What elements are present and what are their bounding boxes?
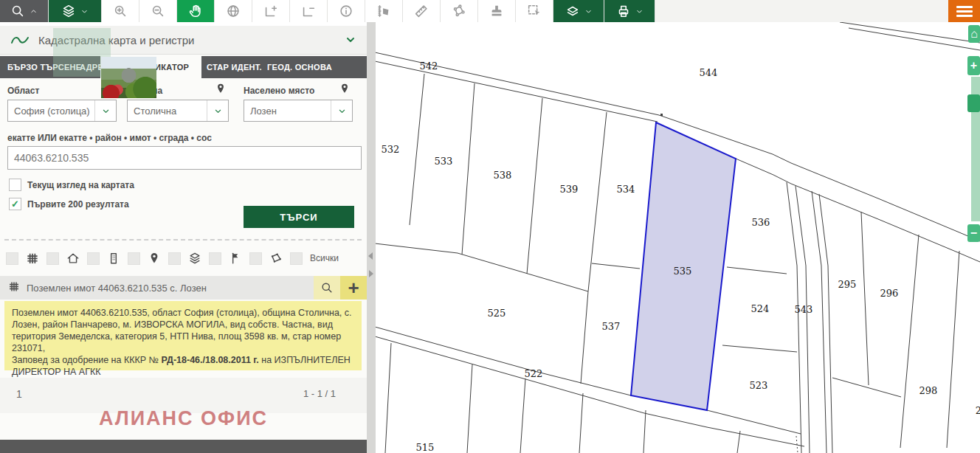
house-icon	[65, 250, 81, 266]
filter-checkbox[interactable]	[168, 252, 181, 265]
toolbar-button-zoom-in[interactable]	[102, 0, 139, 22]
pan-hand-icon	[187, 3, 204, 19]
tab-1[interactable]: БЪРЗО ТЪРСЕНЕ	[7, 56, 81, 78]
toolbar-button-zoom-out[interactable]	[139, 0, 177, 22]
toolbar-button-extent-minus[interactable]	[290, 0, 328, 22]
select-value: Лозен	[244, 106, 331, 117]
parcel-label: 537	[602, 321, 621, 332]
checkbox-row-1[interactable]: Текущ изглед на картата	[9, 179, 134, 191]
code-label: екатте ИЛИ екатте • район • имот • сград…	[7, 133, 212, 143]
extent-plus-icon	[263, 3, 279, 19]
parcel-label: 536	[752, 217, 770, 228]
checkbox[interactable]: ✓	[9, 198, 21, 210]
toolbar-button-printer[interactable]	[604, 0, 655, 22]
parcel-boundary	[410, 74, 424, 225]
toolbar-button-extent-plus[interactable]	[252, 0, 290, 22]
filter-checkbox[interactable]	[46, 252, 59, 265]
survey-point	[660, 114, 663, 116]
map-home-button[interactable]: ⌂	[968, 25, 980, 43]
map-canvas[interactable]: 5425445325335385395345365255375245432952…	[376, 22, 980, 453]
flag-icon	[227, 250, 244, 266]
parcel-boundary	[527, 98, 542, 274]
tab-5[interactable]: ГЕОД. ОСНОВА	[267, 56, 332, 78]
toolbar-button-ruler[interactable]	[403, 0, 441, 22]
parcel-label: 542	[420, 60, 438, 72]
map-zoom-in-button[interactable]: +	[967, 56, 980, 75]
identifier-input[interactable]	[7, 146, 362, 170]
expand-right-icon[interactable]	[369, 270, 373, 277]
tab-bar: БЪРЗО ТЪРСЕНЕАДРЕСИДЕНТИФИКАТОРСТАР ИДЕН…	[0, 56, 367, 78]
parcel-boundary	[787, 182, 801, 453]
toolbar-button-measure-polygon[interactable]	[441, 0, 478, 22]
toolbar-button-search[interactable]	[0, 0, 49, 22]
toolbar-button-stamp[interactable]	[478, 0, 516, 22]
checkbox-row-2[interactable]: ✓Първите 200 резултата	[9, 198, 129, 210]
checkbox[interactable]	[9, 179, 21, 191]
measure-polygon-icon	[451, 3, 467, 19]
menu-button[interactable]	[948, 0, 980, 22]
toolbar-button-info[interactable]	[328, 0, 365, 22]
pin-icon[interactable]	[338, 82, 348, 95]
map-zoom-out-button[interactable]: −	[967, 224, 980, 242]
chevron-down-icon	[584, 7, 593, 16]
parcel-boundary	[832, 378, 901, 397]
layers-flatten-icon	[565, 3, 581, 19]
field-label-3: Населено място	[244, 86, 314, 96]
parcel-boundary	[727, 267, 787, 274]
chevron-down-icon	[207, 100, 228, 121]
panel-splitter[interactable]	[367, 22, 376, 453]
toolbar-gap	[655, 0, 980, 22]
select-value: Столична	[128, 106, 207, 117]
parcel-boundary	[376, 336, 804, 446]
sidebar-panel: Кадастрална карта и регистри БЪРЗО ТЪРСЕ…	[0, 26, 367, 453]
parcel-boundary	[737, 431, 740, 453]
parcel-boundary	[520, 378, 525, 453]
filter-checkbox[interactable]	[87, 252, 100, 265]
grid-icon	[24, 250, 41, 266]
select-naseleno-myasto[interactable]: Лозен	[244, 100, 353, 122]
field-label-1: Област	[7, 86, 39, 96]
page-number[interactable]: 1	[16, 388, 22, 400]
parcel-label: 534	[617, 184, 635, 195]
parcel-boundary	[861, 212, 869, 385]
checkbox-label: Първите 200 резултата	[27, 199, 129, 210]
select-obshtina[interactable]: Столична	[127, 100, 229, 122]
parcel-label: 296	[880, 288, 899, 299]
service-selector[interactable]: Кадастрална карта и регистри	[0, 26, 367, 55]
filter-checkbox[interactable]	[209, 252, 221, 265]
zoom-in-icon	[112, 3, 128, 19]
parcel-label: 539	[560, 184, 579, 195]
parcel-boundary	[722, 345, 797, 352]
parcel-boundary	[385, 343, 391, 453]
filter-checkbox-all[interactable]	[290, 252, 303, 265]
stamp-icon	[489, 3, 505, 19]
search-button[interactable]: ТЪРСИ	[244, 206, 354, 228]
filter-checkbox[interactable]	[249, 252, 262, 265]
map-zoom-handle[interactable]	[967, 94, 980, 112]
chevron-up-icon	[29, 7, 38, 16]
toolbar-button-layers-flatten[interactable]	[553, 0, 604, 22]
chevron-down-icon	[80, 7, 89, 16]
toolbar-button-globe[interactable]	[215, 0, 252, 22]
parcel-boundary	[796, 186, 810, 453]
parcel-boundary	[467, 364, 472, 453]
select-oblast[interactable]: София (столица)	[7, 100, 117, 122]
select-value: София (столица)	[8, 106, 94, 117]
toolbar-button-layers[interactable]	[49, 0, 102, 22]
toolbar-button-pan-hand[interactable]	[177, 0, 215, 22]
result-header-row[interactable]: Поземлен имот 44063.6210.535 с. Лозен +	[0, 276, 367, 300]
filter-checkbox[interactable]	[6, 252, 18, 265]
watermark: АЛИАНС ОФИС	[0, 407, 367, 430]
pin-icon[interactable]	[214, 82, 224, 95]
toolbar-button-select-cursor[interactable]	[516, 0, 553, 22]
tab-4[interactable]: СТАР ИДЕНТ.	[207, 56, 262, 78]
filter-checkbox[interactable]	[128, 252, 140, 265]
chevron-down-icon	[94, 100, 116, 121]
cadastral-map-svg: 5425445325335385395345365255375245432952…	[376, 22, 980, 453]
collapse-left-icon[interactable]	[368, 252, 373, 260]
parcel-label: 295	[838, 279, 857, 290]
parcel-label: 544	[700, 67, 718, 78]
toolbar-button-scale-area[interactable]	[365, 0, 403, 22]
result-zoom-to-button[interactable]	[314, 276, 340, 300]
result-add-button[interactable]: +	[340, 276, 367, 300]
